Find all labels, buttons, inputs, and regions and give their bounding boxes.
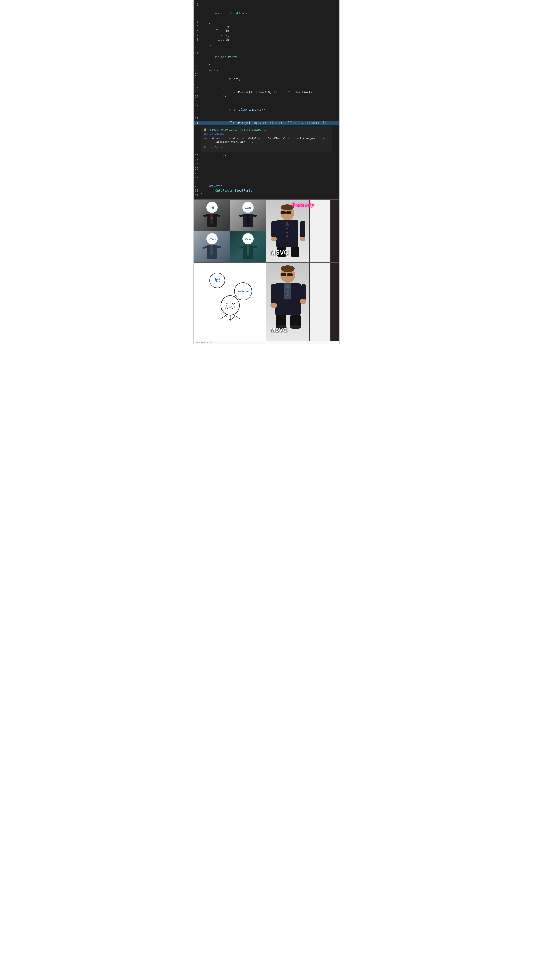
- code-line-26: 26: [194, 171, 339, 175]
- int-bubble-bottom: int: [209, 272, 225, 288]
- code-content: OnlyFloats floatParty;: [201, 188, 254, 193]
- line-number: 5: [194, 24, 201, 29]
- svg-rect-40: [287, 273, 292, 277]
- tooltip-search-link-2[interactable]: Search Online: [203, 146, 330, 149]
- svg-point-24: [286, 228, 288, 229]
- svg-point-45: [287, 291, 289, 292]
- msvc-right-panel: floats only: [266, 200, 339, 262]
- line-number: 24: [194, 162, 201, 167]
- code-line-11: 11 ⊟class Party: [194, 51, 339, 64]
- tooltip-box: 🔒 (field) OnlyFloats Party::floatParty S…: [201, 126, 332, 152]
- line-number: 27: [194, 175, 201, 180]
- svg-point-26: [286, 235, 288, 237]
- msvc-label-bottom: MSVC: [270, 326, 287, 333]
- bottom-left-panel: int variable: [194, 263, 266, 341]
- short-label-bubble: short: [206, 233, 217, 244]
- door-frame-right: [330, 200, 339, 262]
- floats-only-text: floats only: [292, 202, 313, 207]
- svg-rect-16: [253, 246, 257, 248]
- char-label-bubble: char: [243, 202, 254, 213]
- line-number: 30: [194, 188, 201, 193]
- svg-point-46: [287, 294, 289, 296]
- code-content: ⊟struct OnlyFloats: [201, 7, 247, 20]
- code-line-3: 3 ⊟struct OnlyFloats: [194, 7, 339, 20]
- code-section: 2 3 ⊟struct OnlyFloats 4 { 5 float a; 6 …: [194, 0, 339, 200]
- msvc-bouncer-bottom-svg: [270, 265, 307, 329]
- line-number: 31: [194, 193, 201, 197]
- code-content: {};: [201, 94, 228, 99]
- code-line-30: 30 OnlyFloats floatParty;: [194, 188, 339, 193]
- line-number: 7: [194, 33, 201, 38]
- svg-rect-19: [281, 211, 286, 214]
- code-content: float b;: [201, 29, 230, 33]
- svg-rect-12: [217, 246, 221, 248]
- code-line-17: 17 {};: [194, 94, 339, 99]
- bool-type-label: bool: [244, 237, 251, 240]
- svg-rect-28: [300, 221, 305, 238]
- line-number: 19: [194, 103, 201, 116]
- line-number: 10: [194, 46, 201, 51]
- line-number: 6: [194, 29, 201, 33]
- svg-point-36: [221, 296, 239, 315]
- svg-rect-11: [203, 246, 207, 249]
- svg-rect-48: [271, 284, 276, 304]
- svg-rect-32: [291, 247, 299, 257]
- floats-only-banner: floats only: [266, 202, 339, 208]
- line-number: 23: [194, 158, 201, 162]
- svg-rect-14: [247, 245, 249, 255]
- tooltip-error: no instance of constructor "OnlyFloats::…: [203, 137, 330, 144]
- code-line-31: 31 };: [194, 193, 339, 197]
- code-line-15: 15 :: [194, 86, 339, 90]
- code-line-23: 23: [194, 158, 339, 162]
- line-number: 13: [194, 68, 201, 73]
- bool-label-bubble: bool: [243, 233, 254, 244]
- code-line-24: 24: [194, 162, 339, 167]
- line-number: 8: [194, 38, 201, 42]
- line-number: 2: [194, 2, 201, 7]
- char-type-label: char: [244, 205, 252, 209]
- msvc-label-middle: MSVC: [270, 249, 289, 256]
- code-content: ⊟class Party: [201, 51, 237, 64]
- line-number: 21: [194, 121, 201, 125]
- svg-rect-3: [203, 215, 207, 217]
- code-content: };: [201, 193, 204, 197]
- code-content: floatParty({1, (char)18, (short)-31, (bo…: [201, 90, 312, 94]
- svg-rect-7: [239, 215, 244, 217]
- code-content: {: [201, 64, 210, 68]
- watermark: ProgrammerHumor.io: [194, 341, 339, 344]
- code-line-5: 5 float a;: [194, 24, 339, 29]
- variable-label-bottom: variable: [238, 290, 249, 293]
- svg-rect-6: [247, 214, 249, 224]
- svg-rect-50: [275, 299, 302, 304]
- code-line-2: 2: [194, 2, 339, 7]
- line-number: 22: [194, 153, 201, 158]
- code-line-20: 20 :: [194, 116, 339, 121]
- char-person-cell: char: [230, 200, 266, 231]
- code-line-13: 13 public:: [194, 68, 339, 73]
- int-person-cell: int: [194, 200, 230, 231]
- int-label-bottom: int: [215, 278, 220, 283]
- line-number: 9: [194, 42, 201, 46]
- bottom-right-panel: MSVC: [266, 263, 339, 341]
- line-number: 16: [194, 90, 201, 94]
- svg-rect-4: [216, 215, 220, 217]
- line-number: 15: [194, 86, 201, 90]
- code-line-7: 7 float c;: [194, 33, 339, 38]
- int-type-label: int: [210, 205, 214, 209]
- meme-middle-section: int char: [194, 200, 339, 263]
- code-content: public:: [201, 68, 221, 73]
- line-number: 12: [194, 64, 201, 68]
- code-line-29: 29 private:: [194, 184, 339, 188]
- code-content: float a;: [201, 24, 230, 29]
- code-line-27: 27: [194, 175, 339, 180]
- code-line-18: 18: [194, 99, 339, 103]
- svg-point-25: [286, 232, 288, 233]
- short-person-cell: short: [194, 231, 230, 262]
- tooltip-search-link-1[interactable]: Search Online: [203, 132, 330, 135]
- svg-point-29: [271, 237, 277, 242]
- code-content: :: [201, 116, 224, 121]
- svg-rect-39: [281, 273, 286, 277]
- left-grid: int char: [194, 200, 266, 262]
- int-label-bubble: int: [206, 202, 217, 213]
- line-number: 29: [194, 184, 201, 188]
